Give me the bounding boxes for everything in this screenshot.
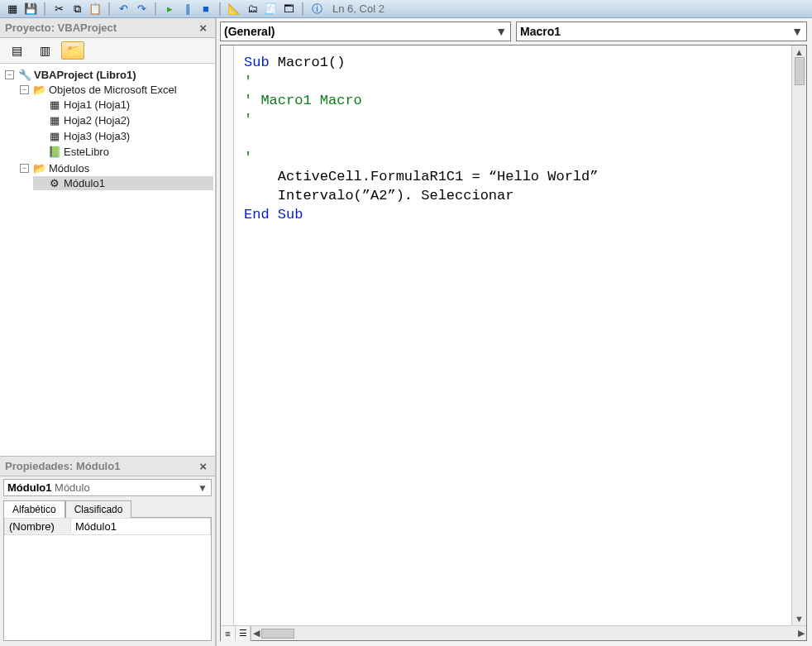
module-icon: ⚙ xyxy=(48,177,61,189)
properties-object-type: Módulo xyxy=(55,481,90,494)
properties-panel-title: Propiedades: Módulo1 xyxy=(5,460,120,472)
vbaproject-icon: 🔧 xyxy=(18,69,31,81)
tree-item-label[interactable]: Hoja2 (Hoja2) xyxy=(64,114,130,127)
tree-root-label[interactable]: VBAProject (Libro1) xyxy=(34,69,136,81)
toggle-folders-button[interactable]: 📁 xyxy=(61,41,84,60)
copy-icon[interactable]: ⧉ xyxy=(69,2,84,17)
vertical-scrollbar[interactable]: ▲ ▼ xyxy=(791,45,806,625)
procedure-combobox[interactable]: Macro1 ▼ xyxy=(516,22,807,41)
project-tree[interactable]: − 🔧 VBAProject (Libro1) − 📂 Objetos de M… xyxy=(0,64,215,456)
tree-folder-label[interactable]: Módulos xyxy=(49,162,89,175)
chevron-down-icon[interactable]: ▼ xyxy=(791,25,803,38)
excel-icon[interactable]: ▦ xyxy=(5,2,20,17)
object-icon[interactable]: 🗔 xyxy=(281,2,296,17)
toolbar-sep xyxy=(219,2,221,16)
object-combobox-value: (General) xyxy=(224,25,275,38)
chevron-down-icon[interactable]: ▼ xyxy=(198,482,208,494)
scroll-right-icon[interactable]: ▶ xyxy=(798,628,805,639)
tab-categorized[interactable]: Clasificado xyxy=(65,500,132,518)
scroll-down-icon[interactable]: ▼ xyxy=(795,614,804,624)
sheet-icon: ▦ xyxy=(48,114,61,127)
cut-icon[interactable]: ✂ xyxy=(51,2,66,17)
collapse-icon[interactable]: − xyxy=(20,164,29,173)
scroll-up-icon[interactable]: ▲ xyxy=(795,47,804,57)
collapse-icon[interactable]: − xyxy=(5,70,14,79)
toolbar-sep xyxy=(108,2,110,16)
help-icon[interactable]: ⓘ xyxy=(309,2,324,17)
redo-icon[interactable]: ↷ xyxy=(134,2,149,17)
horizontal-scrollbar[interactable]: ◀ ▶ xyxy=(251,628,806,639)
property-value[interactable]: Módulo1 xyxy=(71,519,211,535)
tree-item-label[interactable]: EsteLibro xyxy=(64,146,109,158)
procedure-combobox-value: Macro1 xyxy=(520,25,561,38)
save-icon[interactable]: 💾 xyxy=(23,2,38,17)
properties-object-name: Módulo1 xyxy=(7,481,51,494)
code-gutter xyxy=(221,45,234,625)
project-icon[interactable]: 🗂 xyxy=(245,2,260,17)
sheet-icon: ▦ xyxy=(48,98,61,111)
stop-icon[interactable]: ■ xyxy=(198,2,213,17)
collapse-icon[interactable]: − xyxy=(20,85,29,94)
procedure-view-button[interactable]: ≡ xyxy=(221,626,236,641)
property-name: (Nombre) xyxy=(5,519,71,535)
workbook-icon: 📗 xyxy=(48,146,61,158)
properties-panel: Propiedades: Módulo1 × Módulo1 Módulo ▼ … xyxy=(0,457,215,646)
view-code-button[interactable]: ▤ xyxy=(5,41,28,60)
project-panel-title: Proyecto: VBAProject xyxy=(5,22,117,34)
toolbar-sep xyxy=(155,2,156,16)
sheet-icon: ▦ xyxy=(48,130,61,142)
project-explorer-panel: Proyecto: VBAProject × ▤ ▥ 📁 − 🔧 VBAProj… xyxy=(0,18,215,457)
props-icon[interactable]: 🧾 xyxy=(263,2,278,17)
toolbar-sep xyxy=(302,2,303,16)
tab-alphabetic[interactable]: Alfabético xyxy=(3,500,65,518)
scroll-thumb[interactable] xyxy=(795,57,805,85)
folder-icon: 📂 xyxy=(33,84,46,96)
toolbar-sep xyxy=(44,2,45,16)
scroll-thumb[interactable] xyxy=(261,629,294,639)
design-icon[interactable]: 📐 xyxy=(227,2,241,17)
chevron-down-icon[interactable]: ▼ xyxy=(495,25,507,38)
code-editor[interactable]: Sub Macro1() ' ' Macro1 Macro ' ' Active… xyxy=(220,45,807,641)
code-text[interactable]: Sub Macro1() ' ' Macro1 Macro ' ' Active… xyxy=(234,45,791,625)
main-toolbar: ▦ 💾 ✂ ⧉ 📋 ↶ ↷ ▸ ‖ ■ 📐 🗂 🧾 🗔 ⓘ Ln 6, Col … xyxy=(0,0,812,18)
scroll-left-icon[interactable]: ◀ xyxy=(253,628,260,639)
undo-icon[interactable]: ↶ xyxy=(116,2,131,17)
properties-object-selector[interactable]: Módulo1 Módulo ▼ xyxy=(3,479,212,496)
close-icon[interactable]: × xyxy=(196,459,210,473)
full-module-view-button[interactable]: ☰ xyxy=(236,626,251,641)
cursor-position: Ln 6, Col 2 xyxy=(332,2,385,15)
paste-icon[interactable]: 📋 xyxy=(88,2,103,17)
tree-item-label[interactable]: Hoja3 (Hoja3) xyxy=(64,130,130,142)
tree-folder-label[interactable]: Objetos de Microsoft Excel xyxy=(49,84,177,96)
tree-item-label[interactable]: Módulo1 xyxy=(64,177,105,189)
close-icon[interactable]: × xyxy=(196,21,210,35)
object-combobox[interactable]: (General) ▼ xyxy=(220,22,511,41)
run-icon[interactable]: ▸ xyxy=(162,2,177,17)
view-object-button[interactable]: ▥ xyxy=(33,41,56,60)
folder-icon: 📂 xyxy=(33,162,46,175)
pause-icon[interactable]: ‖ xyxy=(180,2,195,17)
property-row[interactable]: (Nombre) Módulo1 xyxy=(5,519,211,535)
tree-item-label[interactable]: Hoja1 (Hoja1) xyxy=(64,98,130,111)
